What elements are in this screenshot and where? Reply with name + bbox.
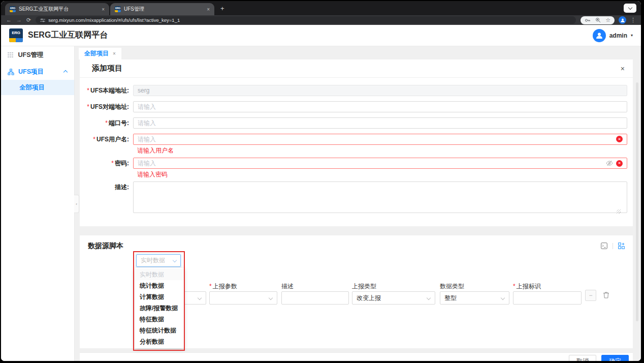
- header-user-area[interactable]: admin ▾: [593, 29, 633, 42]
- dropdown-option-feature-statistic[interactable]: 特征统计数据: [135, 325, 184, 336]
- column-label: 上报类型: [352, 282, 435, 290]
- sidebar-group-ufs-project[interactable]: UFS项目: [1, 64, 74, 80]
- field-label: 描述:: [80, 182, 133, 215]
- dropdown-option-statistic[interactable]: 统计数据: [135, 280, 184, 291]
- sidebar-item-all-projects[interactable]: 全部项目: [1, 80, 74, 95]
- port-input[interactable]: [133, 117, 627, 129]
- password-input[interactable]: [133, 158, 627, 169]
- script-section-title: 数据源脚本: [88, 241, 625, 251]
- panel-footer: 取消 确定: [80, 352, 633, 361]
- trash-icon: [603, 291, 609, 298]
- column-report-id: *上报标识: [513, 282, 582, 305]
- code-editor-icon[interactable]: [601, 243, 607, 249]
- report-param-select[interactable]: [209, 291, 277, 305]
- required-mark: *: [93, 136, 95, 143]
- dropdown-option-realtime[interactable]: 实时数据: [135, 269, 184, 280]
- tab-close-icon[interactable]: ×: [102, 7, 105, 12]
- panel-header: 添加项目 ×: [80, 59, 633, 78]
- dropdown-option-fault-alarm[interactable]: 故障/报警数据: [135, 302, 184, 314]
- toolbar-icon-pill: ☆: [581, 16, 615, 24]
- username-error-text: 请输入用户名: [80, 146, 633, 155]
- remote-address-input[interactable]: [133, 101, 627, 112]
- script-description-input[interactable]: [281, 291, 349, 305]
- form-row-password: *密码: ×: [80, 158, 633, 169]
- sidebar-collapse-handle[interactable]: ‹: [74, 195, 79, 213]
- dropdown-option-analysis[interactable]: 分析数据: [135, 336, 184, 347]
- cancel-button[interactable]: 取消: [569, 355, 596, 361]
- required-mark: *: [111, 160, 114, 167]
- divider: [613, 243, 613, 249]
- description-textarea[interactable]: [133, 182, 627, 213]
- site-settings-icon[interactable]: [40, 18, 45, 23]
- resize-handle-icon[interactable]: [617, 209, 621, 214]
- workspace-tab-all-projects[interactable]: 全部项目 ×: [79, 48, 121, 59]
- person-icon: [595, 32, 603, 40]
- report-type-select[interactable]: 改变上报: [352, 291, 435, 305]
- script-section-tools: [601, 243, 625, 249]
- column-data-type: 数据类型 整型: [440, 282, 509, 305]
- column-description: 描述: [281, 282, 349, 305]
- browser-window: ERG SERG工业互联网平台 × ERG UFS管理 × + ← → ⟳ se…: [1, 1, 641, 361]
- error-circle-icon: ×: [616, 136, 623, 142]
- field-label: *UFS对端地址:: [80, 101, 133, 112]
- data-type-select[interactable]: 整型: [440, 291, 509, 305]
- browser-tab-ufs[interactable]: ERG UFS管理 ×: [110, 3, 214, 15]
- datasource-type-select[interactable]: 实时数据: [136, 254, 181, 267]
- chevron-down-icon: [198, 296, 202, 300]
- logo-text: ERG: [9, 28, 23, 38]
- item-label: 全部项目: [19, 83, 45, 92]
- column-label: *上报参数: [209, 282, 277, 290]
- field-label: *密码:: [80, 158, 133, 169]
- column-label: 描述: [281, 282, 349, 290]
- report-id-input[interactable]: [513, 291, 582, 305]
- app-body: UFS管理 UFS项目 全部项目 ‹ 全部项目 ×: [1, 46, 641, 361]
- back-icon[interactable]: ←: [6, 17, 12, 23]
- field-label: *端口号:: [80, 117, 133, 129]
- ok-button[interactable]: 确定: [601, 355, 629, 361]
- chevron-down-icon: [269, 296, 273, 300]
- username-input[interactable]: [133, 134, 627, 145]
- forward-icon[interactable]: →: [16, 17, 22, 23]
- form-row-local-address: *UFS本端地址:: [80, 85, 633, 96]
- required-mark: *: [105, 119, 108, 127]
- tab-title: UFS管理: [124, 6, 204, 13]
- zoom-icon[interactable]: [595, 17, 601, 23]
- add-project-panel: 添加项目 × *UFS本端地址: *UFS对端地址: *: [80, 59, 633, 226]
- tab-close-icon[interactable]: ×: [207, 7, 210, 12]
- erg-favicon-icon: ERG: [10, 6, 16, 12]
- project-form: *UFS本端地址: *UFS对端地址: *端口号: *UFS用户名:: [80, 78, 633, 226]
- eye-invisible-icon[interactable]: [606, 160, 613, 167]
- org-chart-icon: [8, 69, 14, 75]
- remove-row-button[interactable]: −: [585, 290, 596, 301]
- chevron-down-icon: [628, 5, 632, 9]
- new-tab-button[interactable]: +: [220, 5, 224, 12]
- toolbar-actions: ☆ ⋮: [581, 16, 636, 24]
- delete-row-button[interactable]: [603, 291, 609, 300]
- dropdown-option-compute[interactable]: 计算数据: [135, 291, 184, 302]
- reload-icon[interactable]: ⟳: [26, 17, 31, 23]
- panel-close-icon[interactable]: ×: [621, 65, 625, 72]
- address-bar[interactable]: serg.mixyun.com/mixapplication/#/ufs/ufs…: [36, 16, 576, 24]
- tab-search-button[interactable]: [624, 4, 636, 13]
- local-address-input: [133, 85, 627, 96]
- chevron-down-icon: [501, 296, 505, 300]
- sidebar-module-ufs-manage[interactable]: UFS管理: [1, 46, 74, 64]
- bookmark-star-icon[interactable]: ☆: [605, 17, 610, 23]
- workspace-tab-close-icon[interactable]: ×: [113, 51, 116, 56]
- erg-logo: ERG: [9, 28, 23, 42]
- collapse-arrow-icon: ‹: [76, 202, 77, 206]
- scrollbar[interactable]: [636, 82, 638, 321]
- browser-tab-serg[interactable]: ERG SERG工业互联网平台 ×: [5, 3, 109, 15]
- dropdown-option-feature[interactable]: 特征数据: [135, 314, 184, 325]
- form-row-description: 描述:: [80, 182, 633, 215]
- user-name: admin: [609, 32, 627, 39]
- column-label: *上报标识: [513, 282, 582, 290]
- favicon-text: ERG: [115, 6, 121, 10]
- user-avatar[interactable]: [593, 29, 606, 42]
- browser-profile-avatar[interactable]: [619, 16, 626, 24]
- error-circle-icon: ×: [616, 160, 623, 167]
- browser-menu-icon[interactable]: ⋮: [630, 17, 636, 23]
- grid-icon: [8, 52, 13, 58]
- password-key-icon[interactable]: [585, 17, 591, 23]
- batch-generate-icon[interactable]: [618, 243, 625, 249]
